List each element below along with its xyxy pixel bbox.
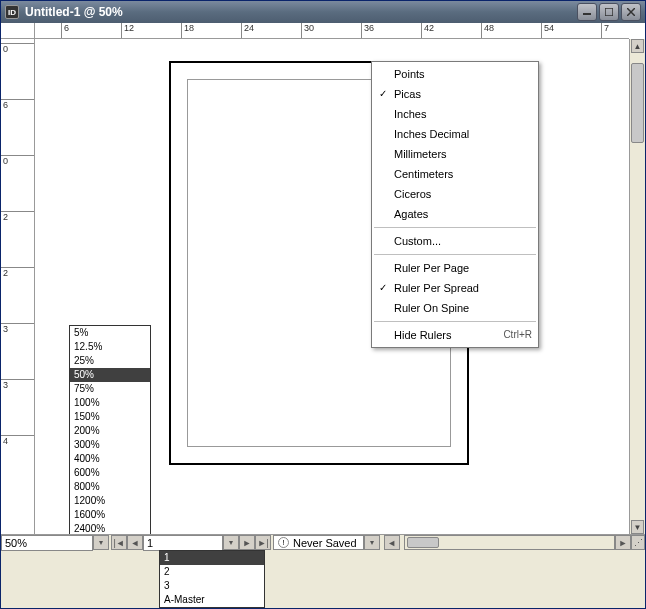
- ruler-tick: 0: [1, 155, 35, 166]
- page-option[interactable]: A-Master: [160, 593, 264, 607]
- ruler-context-menu[interactable]: Points✓PicasInchesInches DecimalMillimet…: [371, 61, 539, 348]
- zoom-option[interactable]: 150%: [70, 410, 150, 424]
- svg-rect-1: [605, 8, 613, 16]
- ruler-tick: 54: [541, 23, 554, 39]
- menu-item[interactable]: Ruler On Spine: [372, 298, 538, 318]
- scroll-down-arrow-icon[interactable]: ▼: [631, 520, 644, 534]
- svg-rect-0: [583, 13, 591, 15]
- save-status: ! Never Saved: [273, 535, 364, 550]
- page-option[interactable]: 2: [160, 565, 264, 579]
- zoom-level-dropdown[interactable]: 5%12.5%25%50%75%100%150%200%300%400%600%…: [69, 325, 151, 534]
- status-dropdown-button[interactable]: ▾: [364, 535, 380, 550]
- zoom-option[interactable]: 600%: [70, 466, 150, 480]
- save-status-label: Never Saved: [293, 537, 357, 549]
- page-option[interactable]: 1: [160, 551, 264, 565]
- zoom-option[interactable]: 200%: [70, 424, 150, 438]
- menu-item[interactable]: Points: [372, 64, 538, 84]
- ruler-tick: 4: [1, 435, 35, 446]
- titlebar[interactable]: ID Untitled-1 @ 50%: [1, 1, 645, 23]
- vertical-scrollbar[interactable]: ▲ ▼: [629, 39, 645, 534]
- close-button[interactable]: [621, 3, 641, 21]
- last-page-button[interactable]: ►|: [255, 535, 271, 550]
- menu-item[interactable]: Ruler Per Page: [372, 258, 538, 278]
- menu-item-label: Ruler Per Page: [390, 258, 532, 278]
- ruler-tick: 0: [1, 43, 35, 54]
- ruler-tick: 2: [1, 267, 35, 278]
- menu-shortcut: Ctrl+R: [503, 325, 532, 345]
- canvas-area[interactable]: 5%12.5%25%50%75%100%150%200%300%400%600%…: [35, 39, 629, 534]
- check-icon: ✓: [376, 278, 390, 298]
- zoom-option[interactable]: 100%: [70, 396, 150, 410]
- menu-item-label: Ciceros: [390, 184, 532, 204]
- scroll-up-arrow-icon[interactable]: ▲: [631, 39, 644, 53]
- first-page-button[interactable]: |◄: [111, 535, 127, 550]
- menu-item[interactable]: ✓Picas: [372, 84, 538, 104]
- menu-item-label: Picas: [390, 84, 532, 104]
- zoom-option[interactable]: 800%: [70, 480, 150, 494]
- ruler-origin[interactable]: [1, 23, 35, 39]
- ruler-tick: 42: [421, 23, 434, 39]
- ruler-tick: 48: [481, 23, 494, 39]
- zoom-option[interactable]: 12.5%: [70, 340, 150, 354]
- horizontal-ruler[interactable]: 612182430364248547: [35, 23, 629, 39]
- menu-item-label: Points: [390, 64, 532, 84]
- zoom-option[interactable]: 5%: [70, 326, 150, 340]
- menu-item[interactable]: Ciceros: [372, 184, 538, 204]
- zoom-option[interactable]: 300%: [70, 438, 150, 452]
- zoom-option[interactable]: 1200%: [70, 494, 150, 508]
- vertical-scroll-thumb[interactable]: [631, 63, 644, 143]
- next-page-button[interactable]: ►: [239, 535, 255, 550]
- page-dropdown-button[interactable]: ▾: [223, 535, 239, 550]
- menu-item[interactable]: Hide RulersCtrl+R: [372, 325, 538, 345]
- app-window: ID Untitled-1 @ 50% 612182430364248547 0…: [0, 0, 646, 609]
- maximize-button[interactable]: [599, 3, 619, 21]
- hscroll-left-arrow-icon[interactable]: ◄: [384, 535, 400, 550]
- menu-item[interactable]: Millimeters: [372, 144, 538, 164]
- menu-item[interactable]: Custom...: [372, 231, 538, 251]
- ruler-tick: 3: [1, 323, 35, 334]
- zoom-option[interactable]: 1600%: [70, 508, 150, 522]
- workspace: 612182430364248547 06022334 5%12.5%25%50…: [1, 23, 645, 534]
- zoom-option[interactable]: 25%: [70, 354, 150, 368]
- menu-item[interactable]: Inches: [372, 104, 538, 124]
- page-select-dropdown[interactable]: 123A-Master: [159, 550, 265, 608]
- zoom-option[interactable]: 75%: [70, 382, 150, 396]
- zoom-option[interactable]: 2400%: [70, 522, 150, 534]
- minimize-button[interactable]: [577, 3, 597, 21]
- ruler-tick: 6: [1, 99, 35, 110]
- ruler-tick: 36: [361, 23, 374, 39]
- menu-item-label: Centimeters: [390, 164, 532, 184]
- zoom-option[interactable]: 400%: [70, 452, 150, 466]
- menu-item[interactable]: ✓Ruler Per Spread: [372, 278, 538, 298]
- ruler-tick: 30: [301, 23, 314, 39]
- app-icon: ID: [5, 5, 19, 19]
- page-option[interactable]: 3: [160, 579, 264, 593]
- check-icon: ✓: [376, 84, 390, 104]
- status-bar: 50% ▾ |◄ ◄ 1 ▾ ► ►| ! Never Saved ▾ ◄ ► …: [1, 534, 645, 550]
- menu-item-label: Ruler Per Spread: [390, 278, 532, 298]
- vertical-ruler[interactable]: 06022334: [1, 39, 35, 534]
- menu-item-label: Ruler On Spine: [390, 298, 532, 318]
- menu-item[interactable]: Agates: [372, 204, 538, 224]
- menu-item-label: Millimeters: [390, 144, 532, 164]
- window-title: Untitled-1 @ 50%: [25, 5, 577, 19]
- hscroll-right-arrow-icon[interactable]: ►: [615, 535, 631, 550]
- zoom-dropdown-button[interactable]: ▾: [93, 535, 109, 550]
- page-field[interactable]: 1: [143, 535, 223, 551]
- horizontal-scroll-thumb[interactable]: [407, 537, 439, 548]
- menu-separator: [374, 321, 536, 322]
- ruler-tick: 12: [121, 23, 134, 39]
- resize-grip-icon[interactable]: ⋰: [631, 535, 645, 550]
- zoom-field[interactable]: 50%: [1, 535, 93, 551]
- horizontal-scrollbar[interactable]: [404, 535, 615, 550]
- warning-icon: !: [278, 537, 289, 548]
- menu-item[interactable]: Centimeters: [372, 164, 538, 184]
- ruler-tick: 7: [601, 23, 609, 39]
- menu-item-label: Custom...: [390, 231, 532, 251]
- ruler-tick: 2: [1, 211, 35, 222]
- menu-separator: [374, 254, 536, 255]
- prev-page-button[interactable]: ◄: [127, 535, 143, 550]
- zoom-option[interactable]: 50%: [70, 368, 150, 382]
- menu-item-label: Agates: [390, 204, 532, 224]
- menu-item[interactable]: Inches Decimal: [372, 124, 538, 144]
